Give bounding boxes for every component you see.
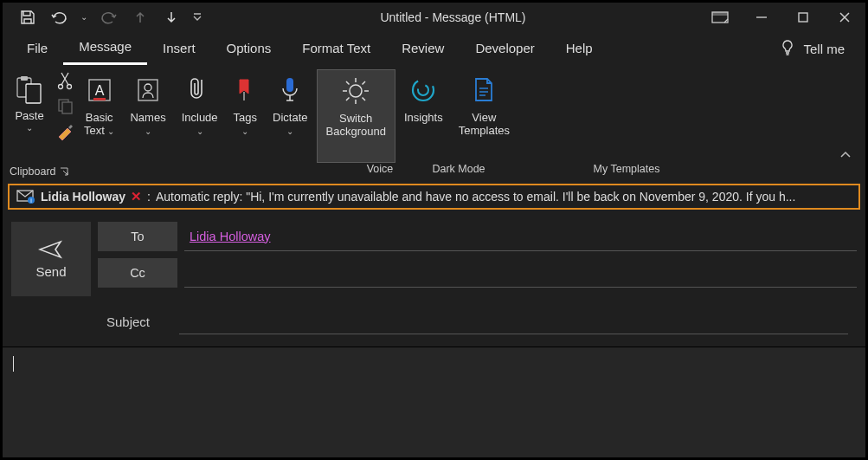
- group-label-templates: My Templates: [594, 163, 660, 175]
- svg-point-17: [350, 85, 362, 97]
- switch-background-button[interactable]: SwitchBackground: [317, 69, 395, 163]
- svg-rect-4: [21, 76, 28, 81]
- tags-button[interactable]: Tags⌄: [227, 69, 264, 163]
- svg-rect-12: [93, 98, 106, 100]
- svg-rect-9: [62, 102, 72, 113]
- group-label-clipboard: Clipboard: [10, 165, 56, 178]
- tab-file[interactable]: File: [11, 34, 63, 64]
- message-body[interactable]: [3, 347, 865, 457]
- bulb-icon: [781, 40, 794, 57]
- send-button[interactable]: Send: [11, 222, 91, 296]
- text-cursor: [13, 356, 14, 372]
- cut-icon[interactable]: [56, 71, 75, 90]
- names-button[interactable]: Names⌄: [123, 69, 172, 163]
- mailtip-text: Automatic reply: "Hi, I'm currently unav…: [156, 190, 795, 204]
- svg-point-7: [68, 85, 72, 89]
- cc-field[interactable]: [184, 258, 857, 288]
- svg-rect-15: [243, 92, 245, 100]
- undo-dropdown-icon[interactable]: ⌄: [75, 3, 93, 32]
- view-templates-button[interactable]: ViewTemplates: [452, 69, 517, 163]
- svg-text:A: A: [94, 83, 104, 98]
- mailtip-sep: :: [147, 190, 151, 204]
- mailtip-name: Lidia Holloway: [41, 190, 125, 204]
- basic-text-button[interactable]: A BasicText ⌄: [77, 69, 121, 163]
- message-window: ⌄ Untitled - Message (HTML): [0, 0, 868, 460]
- copy-icon[interactable]: [56, 97, 75, 114]
- save-icon[interactable]: [13, 3, 42, 32]
- tab-format-text[interactable]: Format Text: [286, 34, 386, 64]
- subject-input[interactable]: [179, 308, 848, 334]
- undo-icon[interactable]: [44, 3, 74, 32]
- to-field[interactable]: Lidia Holloway: [184, 222, 857, 251]
- tab-message[interactable]: Message: [63, 32, 147, 65]
- tell-me[interactable]: Tell me: [768, 40, 857, 57]
- svg-point-19: [418, 85, 428, 95]
- tab-insert[interactable]: Insert: [147, 34, 211, 64]
- qat-dropdown-icon[interactable]: [188, 3, 207, 32]
- collapse-ribbon-icon[interactable]: [836, 149, 860, 163]
- cc-button[interactable]: Cc: [98, 258, 177, 288]
- window-title: Untitled - Message (HTML): [207, 10, 699, 24]
- svg-rect-16: [286, 78, 293, 92]
- svg-point-6: [59, 85, 63, 89]
- mailtip-bar: i Lidia Holloway ✕ : Automatic reply: "H…: [8, 184, 860, 210]
- tab-help[interactable]: Help: [550, 34, 608, 64]
- dictate-button[interactable]: Dictate⌄: [266, 69, 314, 163]
- subject-label: Subject: [106, 314, 150, 329]
- close-icon[interactable]: [824, 3, 865, 32]
- mail-info-icon: i: [16, 190, 35, 204]
- include-button[interactable]: Include⌄: [175, 69, 225, 163]
- dialog-launcher-icon[interactable]: [60, 167, 68, 176]
- svg-rect-2: [799, 13, 807, 22]
- group-label-dark: Dark Mode: [432, 163, 485, 175]
- to-button[interactable]: To: [98, 222, 177, 251]
- svg-rect-5: [26, 84, 41, 103]
- minimize-icon[interactable]: [741, 3, 782, 32]
- svg-rect-13: [138, 80, 158, 100]
- tab-developer[interactable]: Developer: [460, 34, 550, 64]
- ribbon-tabs: File Message Insert Options Format Text …: [3, 32, 865, 65]
- paste-button[interactable]: Paste ⌄: [8, 69, 51, 134]
- svg-rect-1: [712, 12, 728, 16]
- tell-me-label: Tell me: [803, 42, 845, 56]
- ribbon-display-icon[interactable]: [699, 3, 741, 32]
- format-painter-icon[interactable]: [56, 121, 75, 140]
- down-icon[interactable]: [157, 3, 186, 32]
- remove-recipient-icon[interactable]: ✕: [131, 189, 142, 204]
- group-clipboard: Paste ⌄: [8, 69, 75, 163]
- compose-header: Send To Cc Lidia Holloway: [3, 213, 865, 296]
- insights-button[interactable]: Insights: [397, 69, 450, 163]
- tab-options[interactable]: Options: [211, 34, 287, 64]
- svg-point-18: [413, 80, 434, 100]
- up-icon[interactable]: [125, 3, 155, 32]
- group-label-voice: Voice: [367, 163, 394, 175]
- tab-review[interactable]: Review: [386, 34, 460, 64]
- ribbon: Paste ⌄: [3, 65, 865, 180]
- maximize-icon[interactable]: [782, 3, 824, 32]
- title-bar: ⌄ Untitled - Message (HTML): [3, 3, 865, 32]
- to-recipient[interactable]: Lidia Holloway: [190, 230, 271, 243]
- svg-point-14: [145, 84, 151, 91]
- redo-icon[interactable]: [94, 3, 124, 32]
